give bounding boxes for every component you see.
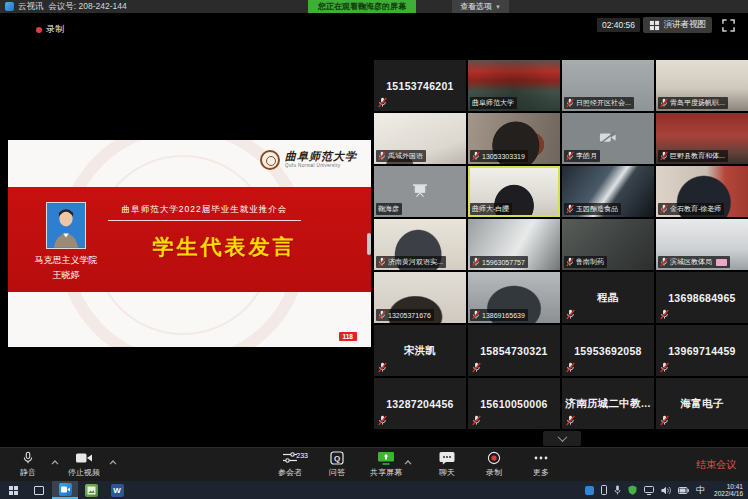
conference-title: 曲阜师范大学2022届毕业生就业推介会 [108, 204, 301, 221]
participant-tile[interactable]: 济南黄河双语实... [374, 219, 466, 270]
share-options-chevron[interactable] [404, 451, 412, 479]
participant-name: 青岛平度扬帆职... [670, 98, 725, 108]
participant-tile[interactable]: 15854730321 [468, 325, 560, 376]
participant-tile[interactable]: 13698684965 [656, 272, 748, 323]
participant-tile[interactable]: 鞠海彦 [374, 166, 466, 217]
university-name-cn: 曲阜师范大学 [285, 151, 357, 162]
participant-tile[interactable]: 13969714459 [656, 325, 748, 376]
windows-taskbar: W 中 10:41 2022/4/16 [0, 481, 748, 499]
chat-icon [439, 451, 455, 465]
muted-mic-icon [566, 98, 574, 108]
muted-mic-icon [660, 257, 668, 267]
muted-mic-icon [472, 257, 480, 267]
participant-tile[interactable]: 13205371676 [374, 272, 466, 323]
speaker-view-button[interactable]: 演讲者视图 [643, 17, 713, 33]
participant-tile[interactable]: 海富电子 [656, 378, 748, 429]
start-button[interactable] [0, 481, 26, 499]
qa-icon: Q [330, 451, 344, 465]
participant-tile[interactable]: 日照经开区社会... [562, 60, 654, 111]
muted-mic-icon [660, 309, 669, 320]
antivirus-shield-icon[interactable] [628, 485, 637, 495]
mic-tray-icon[interactable] [614, 485, 621, 495]
speaker-view-label: 演讲者视图 [664, 19, 707, 31]
display-icon[interactable] [644, 486, 654, 495]
participant-tile[interactable]: 李皓月 [562, 113, 654, 164]
participant-name: 13969714459 [656, 325, 748, 376]
video-options-chevron[interactable] [109, 451, 117, 479]
chat-label: 聊天 [439, 467, 455, 478]
participant-tile[interactable]: 宋洪凯 [374, 325, 466, 376]
participant-tile[interactable]: 15963057757 [468, 219, 560, 270]
qa-button[interactable]: Q 问答 [323, 451, 351, 478]
participant-tile[interactable]: 青岛平度扬帆职... [656, 60, 748, 111]
participant-tile[interactable]: 巨野县教育和体... [656, 113, 748, 164]
windows-logo-icon [9, 486, 18, 495]
muted-mic-icon [472, 151, 480, 161]
taskbar-app-image-viewer[interactable] [78, 481, 104, 499]
taskbar-app-meeting[interactable] [52, 481, 78, 499]
participant-tile[interactable]: 15610050006 [468, 378, 560, 429]
slide-scrollbar [367, 233, 371, 255]
participant-name: 曲师大-白皪 [472, 204, 509, 214]
fullscreen-icon[interactable] [722, 18, 735, 31]
record-button[interactable]: 录制 [480, 451, 508, 478]
participants-button[interactable]: 参会者 233 [276, 451, 304, 478]
app-name: 云视讯 [18, 1, 44, 11]
participant-tile[interactable]: 滨城区教体局 [656, 219, 748, 270]
chat-button[interactable]: 聊天 [433, 451, 461, 478]
grid-scroll-down-button[interactable] [543, 431, 581, 446]
participant-label: 巨野县教育和体... [658, 150, 728, 162]
participant-name: 海富电子 [656, 378, 748, 429]
record-dot-icon [36, 27, 42, 33]
participant-label: 鲁南制药 [564, 256, 607, 268]
participant-tile[interactable]: 程晶 [562, 272, 654, 323]
participant-tile[interactable]: 济南历城二中教... [562, 378, 654, 429]
tray-app-icon[interactable] [585, 486, 594, 495]
taskbar-app-word[interactable]: W [104, 481, 130, 499]
participant-tile[interactable]: 15153746201 [374, 60, 466, 111]
taskbar-clock[interactable]: 10:41 2022/4/16 [714, 483, 743, 498]
slide-main-title: 学生代表发言 [78, 233, 371, 261]
input-method-indicator[interactable]: 中 [696, 484, 705, 497]
more-button[interactable]: 更多 [527, 451, 555, 478]
participant-tile[interactable]: 15953692058 [562, 325, 654, 376]
participant-label: 15963057757 [470, 256, 528, 268]
participant-name: 15610050006 [468, 378, 560, 429]
meeting-app-icon [59, 483, 72, 496]
participant-tile[interactable]: 曲阜师范大学 [468, 60, 560, 111]
phone-icon[interactable] [601, 485, 607, 495]
participant-tile[interactable]: 金石教育-徐老师 [656, 166, 748, 217]
share-screen-button[interactable]: 共享屏幕 [370, 451, 402, 478]
system-tray: 中 10:41 2022/4/16 [585, 481, 748, 499]
view-options-label: 查看选项 [460, 1, 492, 12]
speaker-photo [46, 202, 86, 249]
mute-button[interactable]: 静音 [14, 451, 42, 478]
volume-icon[interactable] [661, 486, 671, 495]
participant-label: 李皓月 [564, 150, 600, 162]
muted-mic-icon [378, 257, 386, 267]
participant-tile[interactable]: 鲁南制药 [562, 219, 654, 270]
view-options-button[interactable]: 查看选项 ▼ [452, 0, 509, 13]
participant-tile[interactable]: 13869165639 [468, 272, 560, 323]
participant-tile[interactable]: 玉园酿造食品 [562, 166, 654, 217]
muted-mic-icon [378, 97, 387, 108]
participant-tile[interactable]: 曲师大-白皪 [468, 166, 560, 217]
battery-icon[interactable] [678, 487, 689, 494]
end-meeting-button[interactable]: 结束会议 [696, 448, 736, 481]
chevron-down-icon [557, 432, 567, 442]
participant-name: 金石教育-徐老师 [670, 204, 721, 214]
stop-video-button[interactable]: 停止视频 [68, 451, 100, 478]
university-logo: 曲阜师范大学 Qufu Normal University [260, 150, 357, 170]
participant-name: 滨城区教体局 [670, 257, 712, 267]
task-view-button[interactable] [26, 481, 52, 499]
participant-name: 济南黄河双语实... [388, 257, 443, 267]
participant-tile[interactable]: 13053303319 [468, 113, 560, 164]
participant-label: 13053303319 [470, 150, 528, 162]
mute-options-chevron[interactable] [51, 451, 59, 479]
participant-name: 13869165639 [482, 312, 525, 319]
participant-tile[interactable]: 13287204456 [374, 378, 466, 429]
participant-name: 曲阜师范大学 [472, 98, 514, 108]
muted-mic-icon [378, 310, 386, 320]
share-screen-label: 共享屏幕 [370, 467, 402, 478]
participant-tile[interactable]: 禹城外国语 [374, 113, 466, 164]
